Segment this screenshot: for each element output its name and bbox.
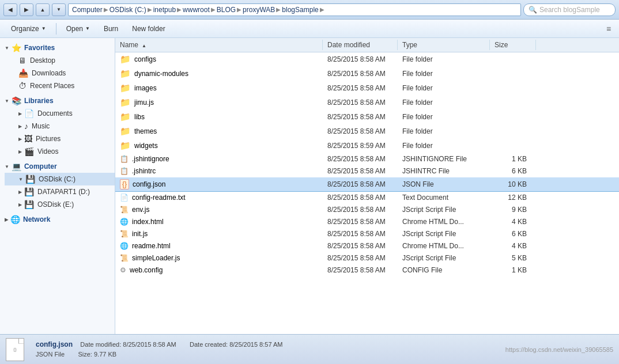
folder-icon: 📁 [120,97,131,108]
column-header: Name ▲ Date modified Type Size [115,38,619,52]
table-row[interactable]: 📜 simpleLoader.js 8/25/2015 8:58 AM JScr… [115,252,619,264]
downloads-label: Downloads [32,69,66,77]
path-part-wwwroot[interactable]: wwwroot [183,6,210,14]
col-header-date[interactable]: Date modified [323,40,398,50]
table-row[interactable]: 📜 init.js 8/25/2015 8:58 AM JScript Scri… [115,228,619,240]
table-row[interactable]: 🌐 index.html 8/25/2015 8:58 AM Chrome HT… [115,216,619,228]
sidebar-section-computer: ▼ 💻 Computer ▼ 💾 OSDisk (C:) ▶ 💾 DATAPAR… [0,160,115,211]
file-size-cell [490,116,536,117]
status-watermark: https://blog.csdn.net/weixin_39065585 [505,346,613,353]
datapart-label: DATAPART1 (D:) [37,188,90,196]
file-name-label: configs [134,55,156,63]
file-date-cell: 8/25/2015 8:59 AM [323,141,398,150]
datapart-icon: 💾 [24,187,34,196]
col-header-type[interactable]: Type [398,40,490,50]
file-size-cell: 12 KB [490,193,536,202]
path-sep-6: ▶ [276,6,281,13]
new-folder-button[interactable]: New folder [126,22,171,35]
sidebar-item-recent-places[interactable]: ⏱ Recent Places [5,79,115,92]
up-button[interactable]: ▲ [36,3,50,16]
sidebar-item-datapart[interactable]: ▶ 💾 DATAPART1 (D:) [5,185,115,198]
sidebar-item-desktop[interactable]: 🖥 Desktop [5,54,115,67]
table-row[interactable]: 📁 libs 8/25/2015 8:58 AM File folder [115,110,619,124]
table-row[interactable]: 📄 config-readme.txt 8/25/2015 8:58 AM Te… [115,192,619,204]
search-box[interactable]: 🔍 Search blogSample [523,3,616,16]
table-row[interactable]: 📋 .jshintrc 8/25/2015 8:58 AM JSHINTRC F… [115,165,619,177]
table-row[interactable]: 📋 .jshintignore 8/25/2015 8:58 AM JSHINT… [115,153,619,165]
file-name-label: .jshintrc [132,167,156,175]
sidebar-item-downloads[interactable]: 📥 Downloads [5,67,115,79]
path-part-computer[interactable]: Computer [72,6,103,14]
folder-icon: 📁 [120,54,131,65]
address-bar: ◀ ▶ ▲ ▼ Computer ▶ OSDisk (C:) ▶ inetpub… [0,0,619,20]
col-header-name[interactable]: Name ▲ [115,40,323,50]
file-name-label: libs [134,113,145,121]
col-header-size[interactable]: Size [490,40,536,50]
file-type-cell: File folder [398,55,490,64]
file-name-label: widgets [134,142,158,150]
table-row[interactable]: 🌐 readme.html 8/25/2015 8:58 AM Chrome H… [115,240,619,252]
table-row[interactable]: 📁 jimu.js 8/25/2015 8:58 AM File folder [115,96,619,110]
file-name-label: env.js [132,206,149,214]
table-row[interactable]: 📜 env.js 8/25/2015 8:58 AM JScript Scrip… [115,204,619,216]
sidebar-item-videos[interactable]: ▶ 🎬 Videos [5,145,115,158]
path-sep-7: ▶ [320,6,324,13]
js-icon: 📜 [120,254,129,262]
burn-button[interactable]: Burn [97,22,124,35]
folder-icon: 📁 [120,112,131,122]
file-name-cell: 📁 libs [115,111,323,123]
file-name-cell: 🌐 index.html [115,217,323,226]
sidebar-item-osdisk-e[interactable]: ▶ 💾 OSDisk (E:) [5,198,115,211]
col-sort-name: ▲ [142,43,146,48]
file-date-cell: 8/25/2015 8:58 AM [323,229,398,238]
path-part-blogsample[interactable]: blogSample [282,6,318,14]
open-button[interactable]: Open ▼ [60,22,96,35]
path-part-osdisk[interactable]: OSDisk (C:) [110,6,146,14]
favorites-header[interactable]: ▼ ⭐ Favorites [0,41,115,54]
path-part-blog[interactable]: BLOG [217,6,236,14]
file-size-cell [490,102,536,103]
sidebar-item-music[interactable]: ▶ ♪ Music [5,120,115,132]
table-row[interactable]: {} config.json 8/25/2015 8:58 AM JSON Fi… [115,177,619,192]
table-row[interactable]: ⚙ web.config 8/25/2015 8:58 AM CONFIG Fi… [115,264,619,276]
computer-icon: 💻 [12,162,21,171]
table-row[interactable]: 📁 images 8/25/2015 8:58 AM File folder [115,81,619,96]
sidebar-item-pictures[interactable]: ▶ 🖼 Pictures [5,132,115,145]
pictures-icon: 🖼 [24,134,32,143]
forward-button[interactable]: ▶ [20,3,33,16]
path-part-inetpub[interactable]: inetpub [153,6,176,14]
osdiske-expand-icon: ▶ [18,202,22,207]
view-toggle-button[interactable]: ≡ [603,23,614,35]
back-button[interactable]: ◀ [3,3,17,16]
sidebar-item-documents[interactable]: ▶ 📄 Documents [5,107,115,120]
address-path[interactable]: Computer ▶ OSDisk (C:) ▶ inetpub ▶ wwwro… [68,3,521,16]
pictures-label: Pictures [36,135,61,143]
table-row[interactable]: 📁 configs 8/25/2015 8:58 AM File folder [115,52,619,67]
file-name-label: init.js [132,230,148,238]
path-sep-2: ▶ [148,6,152,13]
computer-header[interactable]: ▼ 💻 Computer [0,160,115,173]
path-part-proxywab[interactable]: proxyWAB [243,6,275,14]
status-size: Size: 9.77 KB [78,351,116,358]
libraries-expand-icon: ▼ [5,98,9,104]
sidebar-item-osdisk-c[interactable]: ▼ 💾 OSDisk (C:) [5,173,115,185]
table-row[interactable]: 📁 themes 8/25/2015 8:58 AM File folder [115,124,619,139]
file-name-label: .jshintignore [132,155,169,163]
status-info: config.json Date modified: 8/25/2015 8:5… [36,340,494,358]
recent-button[interactable]: ▼ [52,3,66,16]
libraries-header[interactable]: ▼ 📚 Libraries [0,94,115,107]
path-sep-4: ▶ [211,6,216,13]
documents-icon: 📄 [24,109,34,118]
table-row[interactable]: 📁 dynamic-modules 8/25/2015 8:58 AM File… [115,67,619,81]
file-date-cell: 8/25/2015 8:58 AM [323,180,398,189]
file-type-cell: JScript Script File [398,205,490,214]
table-row[interactable]: 📁 widgets 8/25/2015 8:59 AM File folder [115,139,619,153]
osdisk-e-icon: 💾 [24,200,34,209]
organize-button[interactable]: Organize ▼ [5,22,52,35]
file-size-cell [490,59,536,60]
network-header[interactable]: ▶ 🌐 Network [0,213,115,226]
file-size-cell [490,73,536,74]
file-list-area: Name ▲ Date modified Type Size 📁 configs… [115,38,619,334]
file-name-cell: 📁 images [115,82,323,94]
search-placeholder: Search blogSample [539,6,600,14]
